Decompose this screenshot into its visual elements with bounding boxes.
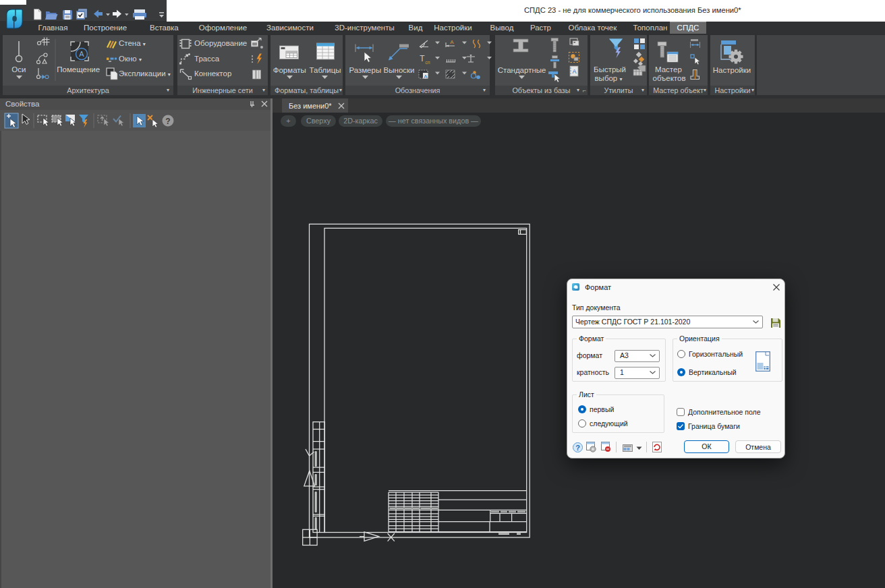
svg-text:?: ? [165, 117, 170, 126]
svg-text:сп: сп [425, 60, 430, 65]
svg-text:A: A [572, 68, 576, 75]
svg-text:T: T [420, 54, 425, 63]
svg-text:A: A [450, 39, 454, 45]
svg-text:A: A [424, 74, 428, 80]
svg-text:A: A [79, 50, 84, 58]
